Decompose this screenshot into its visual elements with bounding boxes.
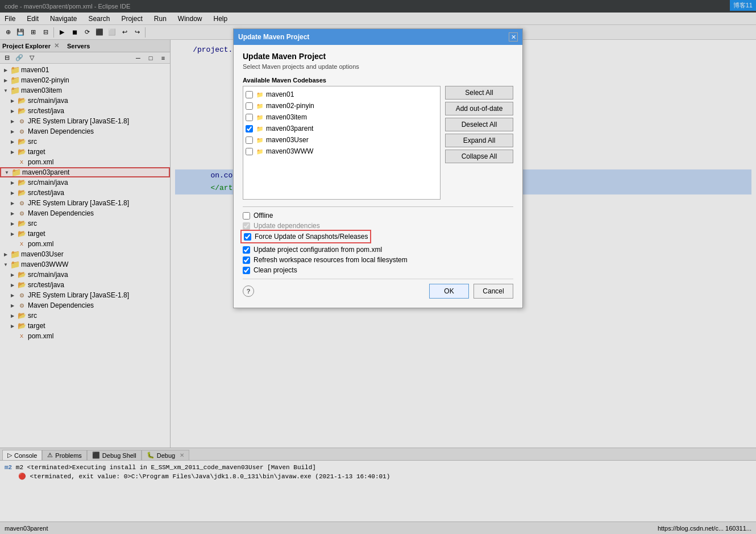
option-offline-row: Offline: [243, 212, 513, 220]
list-label-maven01: maven01: [266, 90, 294, 98]
list-item-maven03WWW[interactable]: 📁 maven03WWW: [243, 146, 440, 157]
option-refresh-row: Refresh workspace resources from local f…: [243, 256, 513, 264]
label-clean: Clean projects: [254, 266, 297, 274]
label-offline: Offline: [254, 212, 273, 220]
list-label-maven02-pinyin: maven02-pinyin: [266, 102, 314, 110]
project-icon-list-maven03item: 📁: [255, 113, 264, 122]
option-clean-row: Clean projects: [243, 266, 513, 274]
ok-button[interactable]: OK: [429, 284, 469, 299]
dialog-heading: Update Maven Project: [243, 52, 513, 61]
list-item-maven03parent[interactable]: 📁 maven03parent: [243, 123, 440, 134]
option-update-project-row: Update project configuration from pom.xm…: [243, 246, 513, 254]
deselect-all-button[interactable]: Deselect All: [445, 118, 513, 131]
dialog-overlay: Update Maven Project ✕ Update Maven Proj…: [0, 0, 756, 534]
update-maven-dialog: Update Maven Project ✕ Update Maven Proj…: [233, 28, 523, 308]
project-icon-list-maven03User: 📁: [255, 135, 264, 144]
list-label-maven03parent: maven03parent: [266, 125, 313, 133]
checkbox-update-dep: [243, 222, 250, 230]
dialog-list: 📁 maven01 📁 maven02-pinyin 📁 maven03item: [243, 86, 441, 200]
option-force-update-row: Force Update of Snapshots/Releases: [243, 232, 369, 241]
project-icon-list-maven03parent: 📁: [255, 124, 264, 133]
dialog-close-button[interactable]: ✕: [509, 32, 518, 42]
checkbox-maven02-pinyin[interactable]: [246, 102, 253, 110]
checkbox-refresh[interactable]: [243, 256, 250, 264]
dialog-subtitle: Select Maven projects and update options: [243, 63, 513, 70]
dialog-options-section: Offline Update dependencies Force Update…: [243, 206, 513, 274]
option-update-dep-row: Update dependencies: [243, 222, 513, 230]
project-icon-list-maven01: 📁: [255, 90, 264, 99]
label-update-dep: Update dependencies: [254, 222, 320, 230]
help-button[interactable]: ?: [243, 285, 254, 297]
checkbox-force-update[interactable]: [244, 233, 251, 241]
checkbox-maven03item[interactable]: [246, 114, 253, 121]
checkbox-maven03parent[interactable]: [246, 125, 253, 133]
list-label-maven03WWW: maven03WWW: [266, 147, 313, 155]
list-item-maven01[interactable]: 📁 maven01: [243, 89, 440, 100]
select-all-button[interactable]: Select All: [445, 86, 513, 100]
dialog-titlebar-text: Update Maven Project: [238, 33, 309, 41]
list-item-maven02-pinyin[interactable]: 📁 maven02-pinyin: [243, 100, 440, 111]
list-item-maven03User[interactable]: 📁 maven03User: [243, 134, 440, 146]
cancel-button[interactable]: Cancel: [473, 284, 513, 299]
dialog-action-buttons: Select All Add out-of-date Deselect All …: [445, 86, 513, 200]
dialog-content: Update Maven Project Select Maven projec…: [234, 45, 522, 308]
expand-all-button[interactable]: Expand All: [445, 134, 513, 147]
ide-window: code - maven03parent/pom.xml - Eclipse I…: [0, 0, 756, 534]
checkbox-maven03User[interactable]: [246, 136, 253, 144]
dialog-section-label: Available Maven Codebases: [243, 77, 513, 84]
project-icon-list-maven02-pinyin: 📁: [255, 101, 264, 110]
checkbox-update-project[interactable]: [243, 246, 250, 254]
label-refresh: Refresh workspace resources from local f…: [254, 256, 408, 264]
label-update-project: Update project configuration from pom.xm…: [254, 246, 382, 254]
list-item-maven03item[interactable]: 📁 maven03item: [243, 111, 440, 123]
list-label-maven03item: maven03item: [266, 113, 307, 121]
dialog-list-area: 📁 maven01 📁 maven02-pinyin 📁 maven03item: [243, 86, 513, 200]
dialog-footer: ? OK Cancel: [243, 279, 513, 301]
checkbox-clean[interactable]: [243, 267, 250, 274]
label-force-update: Force Update of Snapshots/Releases: [255, 233, 368, 241]
checkbox-offline[interactable]: [243, 212, 250, 220]
dialog-footer-buttons: OK Cancel: [429, 284, 513, 299]
project-icon-list-maven03WWW: 📁: [255, 147, 264, 156]
dialog-titlebar: Update Maven Project ✕: [234, 29, 522, 45]
collapse-all-button[interactable]: Collapse All: [445, 150, 513, 163]
checkbox-maven03WWW[interactable]: [246, 148, 253, 155]
checkbox-maven01[interactable]: [246, 91, 253, 98]
add-out-of-date-button[interactable]: Add out-of-date: [445, 102, 513, 115]
list-label-maven03User: maven03User: [266, 136, 309, 144]
